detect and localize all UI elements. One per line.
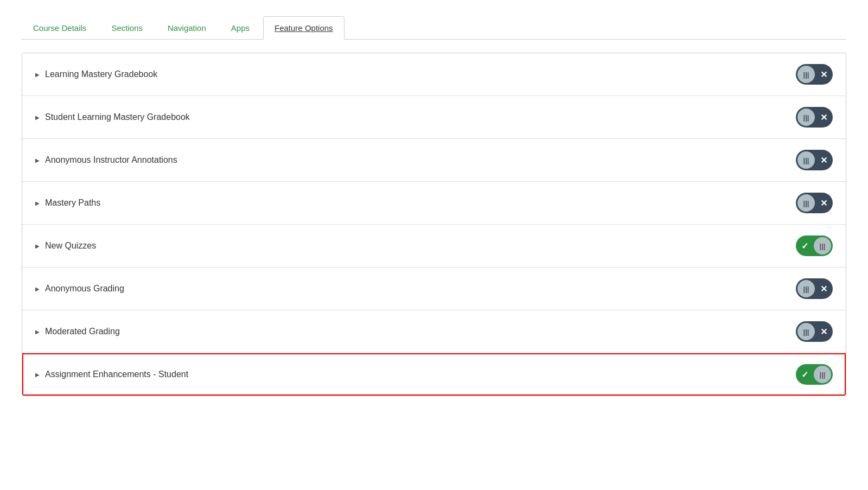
toggle-learning-mastery-gradebook[interactable]: |||✕ bbox=[796, 64, 833, 85]
feature-label-moderated-grading: Moderated Grading bbox=[45, 327, 120, 336]
toggle-dark-moderated-grading[interactable]: |||✕ bbox=[796, 321, 833, 342]
feature-left-moderated-grading: ▶Moderated Grading bbox=[35, 327, 120, 336]
toggle-thumb-mastery-paths: ||| bbox=[797, 194, 815, 212]
toggle-moderated-grading[interactable]: |||✕ bbox=[796, 321, 833, 342]
check-icon-new-quizzes: ✓ bbox=[799, 241, 810, 251]
toggle-green-new-quizzes[interactable]: ✓||| bbox=[796, 236, 833, 256]
toggle-student-learning-mastery-gradebook[interactable]: |||✕ bbox=[796, 107, 833, 128]
tab-navigation[interactable]: Navigation bbox=[156, 16, 218, 39]
toggle-new-quizzes[interactable]: ✓||| bbox=[796, 236, 833, 256]
feature-row-anonymous-grading: ▶Anonymous Grading|||✕ bbox=[22, 268, 846, 310]
toggle-thumb-moderated-grading: ||| bbox=[797, 323, 815, 340]
x-icon-learning-mastery-gradebook: ✕ bbox=[818, 69, 829, 80]
feature-row-new-quizzes: ▶New Quizzes✓||| bbox=[22, 225, 846, 268]
feature-label-student-learning-mastery-gradebook: Student Learning Mastery Gradebook bbox=[45, 112, 190, 122]
chevron-icon-anonymous-grading[interactable]: ▶ bbox=[35, 286, 40, 292]
feature-row-assignment-enhancements-student: ▶Assignment Enhancements - Student✓||| bbox=[22, 353, 846, 396]
feature-label-assignment-enhancements-student: Assignment Enhancements - Student bbox=[45, 370, 188, 379]
toggle-anonymous-instructor-annotations[interactable]: |||✕ bbox=[796, 150, 833, 170]
toggle-dark-learning-mastery-gradebook[interactable]: |||✕ bbox=[796, 64, 833, 85]
x-icon-student-learning-mastery-gradebook: ✕ bbox=[818, 112, 829, 123]
tab-apps[interactable]: Apps bbox=[220, 16, 261, 39]
feature-row-mastery-paths: ▶Mastery Paths|||✕ bbox=[22, 182, 846, 225]
chevron-icon-mastery-paths[interactable]: ▶ bbox=[35, 200, 40, 206]
feature-row-student-learning-mastery-gradebook: ▶Student Learning Mastery Gradebook|||✕ bbox=[22, 96, 846, 139]
toggle-thumb-assignment-enhancements-student: ||| bbox=[814, 366, 831, 383]
toggle-assignment-enhancements-student[interactable]: ✓||| bbox=[796, 364, 833, 385]
x-icon-anonymous-grading: ✕ bbox=[818, 284, 829, 294]
chevron-icon-moderated-grading[interactable]: ▶ bbox=[35, 329, 40, 335]
toggle-thumb-student-learning-mastery-gradebook: ||| bbox=[797, 109, 815, 126]
toggle-mastery-paths[interactable]: |||✕ bbox=[796, 193, 833, 213]
tabs-nav: Course DetailsSectionsNavigationAppsFeat… bbox=[22, 16, 846, 40]
chevron-icon-anonymous-instructor-annotations[interactable]: ▶ bbox=[35, 157, 40, 163]
chevron-icon-new-quizzes[interactable]: ▶ bbox=[35, 243, 40, 249]
tab-course-details[interactable]: Course Details bbox=[22, 16, 98, 39]
toggle-thumb-new-quizzes: ||| bbox=[814, 237, 831, 254]
x-icon-anonymous-instructor-annotations: ✕ bbox=[818, 155, 829, 166]
feature-row-learning-mastery-gradebook: ▶Learning Mastery Gradebook|||✕ bbox=[22, 53, 846, 96]
toggle-dark-anonymous-grading[interactable]: |||✕ bbox=[796, 278, 833, 299]
feature-left-new-quizzes: ▶New Quizzes bbox=[35, 241, 96, 251]
feature-left-learning-mastery-gradebook: ▶Learning Mastery Gradebook bbox=[35, 69, 157, 79]
toggle-anonymous-grading[interactable]: |||✕ bbox=[796, 278, 833, 299]
toggle-dark-mastery-paths[interactable]: |||✕ bbox=[796, 193, 833, 213]
feature-left-student-learning-mastery-gradebook: ▶Student Learning Mastery Gradebook bbox=[35, 112, 190, 122]
feature-row-moderated-grading: ▶Moderated Grading|||✕ bbox=[22, 310, 846, 353]
feature-label-learning-mastery-gradebook: Learning Mastery Gradebook bbox=[45, 69, 157, 79]
toggle-dark-anonymous-instructor-annotations[interactable]: |||✕ bbox=[796, 150, 833, 170]
x-icon-moderated-grading: ✕ bbox=[818, 327, 829, 337]
toggle-thumb-anonymous-grading: ||| bbox=[797, 280, 815, 297]
chevron-icon-student-learning-mastery-gradebook[interactable]: ▶ bbox=[35, 114, 40, 120]
feature-left-assignment-enhancements-student: ▶Assignment Enhancements - Student bbox=[35, 370, 188, 379]
feature-label-anonymous-instructor-annotations: Anonymous Instructor Annotations bbox=[45, 155, 177, 165]
toggle-dark-student-learning-mastery-gradebook[interactable]: |||✕ bbox=[796, 107, 833, 128]
tab-feature-options[interactable]: Feature Options bbox=[263, 16, 344, 40]
toggle-green-assignment-enhancements-student[interactable]: ✓||| bbox=[796, 364, 833, 385]
feature-left-mastery-paths: ▶Mastery Paths bbox=[35, 198, 100, 208]
tab-sections[interactable]: Sections bbox=[100, 16, 154, 39]
feature-label-mastery-paths: Mastery Paths bbox=[45, 198, 100, 208]
chevron-icon-learning-mastery-gradebook[interactable]: ▶ bbox=[35, 72, 40, 78]
feature-list: ▶Learning Mastery Gradebook|||✕▶Student … bbox=[22, 53, 846, 396]
feature-left-anonymous-instructor-annotations: ▶Anonymous Instructor Annotations bbox=[35, 155, 177, 165]
feature-label-new-quizzes: New Quizzes bbox=[45, 241, 96, 251]
toggle-thumb-learning-mastery-gradebook: ||| bbox=[797, 66, 815, 83]
feature-left-anonymous-grading: ▶Anonymous Grading bbox=[35, 284, 124, 294]
chevron-icon-assignment-enhancements-student[interactable]: ▶ bbox=[35, 372, 40, 378]
toggle-thumb-anonymous-instructor-annotations: ||| bbox=[797, 151, 815, 169]
x-icon-mastery-paths: ✕ bbox=[818, 198, 829, 208]
feature-row-anonymous-instructor-annotations: ▶Anonymous Instructor Annotations|||✕ bbox=[22, 139, 846, 182]
check-icon-assignment-enhancements-student: ✓ bbox=[799, 370, 810, 380]
feature-label-anonymous-grading: Anonymous Grading bbox=[45, 284, 124, 294]
